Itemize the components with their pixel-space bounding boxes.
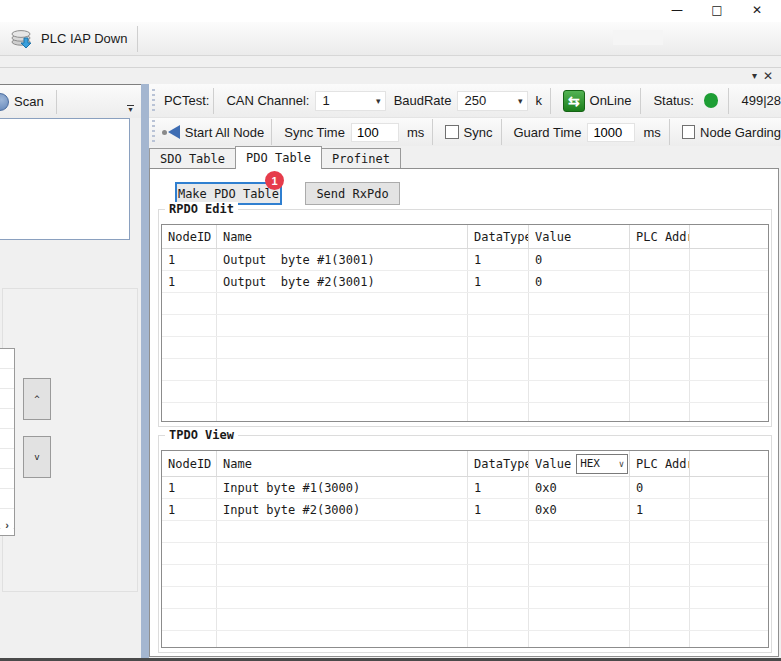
tab-sdo-table[interactable]: SDO Table xyxy=(149,148,236,168)
table-cell xyxy=(690,587,768,608)
node-scan-list[interactable] xyxy=(0,118,130,240)
toolbar-separator xyxy=(501,119,502,145)
table-row xyxy=(162,609,768,631)
toolbar-separator xyxy=(213,88,214,114)
message-counter: 499|28 xyxy=(741,93,781,108)
pctest-toolbar: PCTest: CAN Channel: 1 ▾ BaudRate 250 ▾ … xyxy=(149,84,781,118)
guard-time-input[interactable] xyxy=(587,123,635,142)
table-cell xyxy=(217,587,468,608)
tab-profinet[interactable]: Profinet xyxy=(321,148,401,168)
column-header-nodeid: NodeID xyxy=(162,451,217,476)
move-down-button[interactable]: v xyxy=(23,436,51,478)
panel-splitter[interactable] xyxy=(141,84,149,658)
table-cell xyxy=(217,403,468,422)
close-button[interactable]: ✕ xyxy=(737,0,777,20)
table-cell: 1 xyxy=(468,249,529,270)
table-cell xyxy=(630,337,690,358)
panel-close-icon[interactable]: ✕ xyxy=(763,70,773,82)
move-up-button[interactable]: ^ xyxy=(23,378,51,420)
table-cell xyxy=(630,249,690,270)
plc-iap-down-button[interactable]: PLC IAP Down xyxy=(8,24,133,54)
table-cell xyxy=(529,631,630,648)
online-label[interactable]: OnLine xyxy=(590,93,632,108)
toolbar-grip[interactable] xyxy=(152,89,156,113)
table-cell: 1 xyxy=(162,477,217,498)
table-row[interactable]: 1Input byte #1(3000)10x00 xyxy=(162,477,768,499)
table-cell xyxy=(690,543,768,564)
table-cell xyxy=(217,337,468,358)
toolbar-separator xyxy=(271,119,272,145)
toolbar-separator xyxy=(669,119,670,145)
table-cell xyxy=(162,337,217,358)
table-row xyxy=(162,381,768,403)
table-cell xyxy=(468,359,529,380)
table-cell xyxy=(217,359,468,380)
start-all-node-button[interactable]: Start All Node xyxy=(185,125,265,140)
table-cell xyxy=(162,565,217,586)
toolbar-separator xyxy=(728,88,729,114)
close-icon: ✕ xyxy=(752,3,762,17)
panel-caption-row: ▾ ✕ xyxy=(0,67,781,84)
table-cell: 0 xyxy=(529,249,630,270)
table-row xyxy=(162,315,768,337)
table-row xyxy=(162,543,768,565)
table-cell xyxy=(162,381,217,402)
table-cell xyxy=(529,403,630,422)
scan-icon xyxy=(0,93,9,111)
table-cell xyxy=(162,587,217,608)
expand-panel-button[interactable]: › xyxy=(1,517,13,532)
table-row[interactable]: 1Input byte #2(3000)10x01 xyxy=(162,499,768,521)
table-row xyxy=(162,337,768,359)
table-cell xyxy=(529,315,630,336)
table-cell: Output byte #1(3001) xyxy=(217,249,468,270)
arrow-left-icon xyxy=(168,125,180,139)
maximize-button[interactable]: □ xyxy=(697,0,737,20)
sync-time-input[interactable] xyxy=(351,123,399,142)
rpdo-table: NodeIDNameDataTypeValuePLC Addr 1Output … xyxy=(161,224,769,422)
table-cell xyxy=(630,609,690,630)
table-cell xyxy=(529,337,630,358)
clipped-list[interactable]: › xyxy=(0,348,15,536)
guard-time-unit: ms xyxy=(643,125,660,140)
toolbar-grip[interactable] xyxy=(152,120,156,144)
table-cell: 0x0 xyxy=(529,477,630,498)
table-cell xyxy=(690,381,768,402)
chevron-down-icon: ▾ xyxy=(128,107,132,113)
table-cell xyxy=(468,587,529,608)
chevron-down-icon: ▾ xyxy=(518,96,527,106)
table-cell xyxy=(162,543,217,564)
table-cell xyxy=(630,359,690,380)
table-cell xyxy=(529,381,630,402)
minimize-button[interactable]: — xyxy=(657,0,697,20)
table-cell xyxy=(217,631,468,648)
table-row[interactable]: 1Output byte #2(3001)10 xyxy=(162,271,768,293)
send-rxpdo-button[interactable]: Send RxPdo xyxy=(305,182,400,205)
table-cell: 1 xyxy=(468,271,529,292)
pctest-label: PCTest: xyxy=(164,93,210,108)
online-sync-icon[interactable]: ⇆ xyxy=(563,90,584,112)
sync-checkbox[interactable] xyxy=(445,125,458,139)
column-header-datatype: DataType xyxy=(468,225,529,248)
table-cell xyxy=(468,381,529,402)
table-cell xyxy=(630,271,690,292)
baudrate-select[interactable]: 250 ▾ xyxy=(457,91,527,111)
table-cell xyxy=(529,587,630,608)
table-cell xyxy=(162,521,217,542)
node-garding-checkbox[interactable] xyxy=(682,125,695,139)
table-cell xyxy=(529,359,630,380)
baudrate-label: BaudRate xyxy=(394,93,452,108)
table-cell xyxy=(690,477,768,498)
table-cell: 0 xyxy=(630,477,690,498)
table-cell xyxy=(630,521,690,542)
tab-pdo-table[interactable]: PDO Table xyxy=(235,146,322,169)
scan-button[interactable]: Scan xyxy=(14,94,44,109)
column-header-name: Name xyxy=(217,225,468,248)
table-row[interactable]: 1Output byte #1(3001)10 xyxy=(162,249,768,271)
table-cell xyxy=(217,315,468,336)
panel-dropdown-icon[interactable]: ▾ xyxy=(752,71,757,81)
tab-strip: SDO Table PDO Table Profinet xyxy=(149,146,781,168)
toolbar-overflow-icon[interactable]: ▾ xyxy=(124,102,137,115)
table-cell xyxy=(217,565,468,586)
value-format-select[interactable]: HEX∨ xyxy=(576,454,628,474)
can-channel-select[interactable]: 1 ▾ xyxy=(315,91,385,111)
